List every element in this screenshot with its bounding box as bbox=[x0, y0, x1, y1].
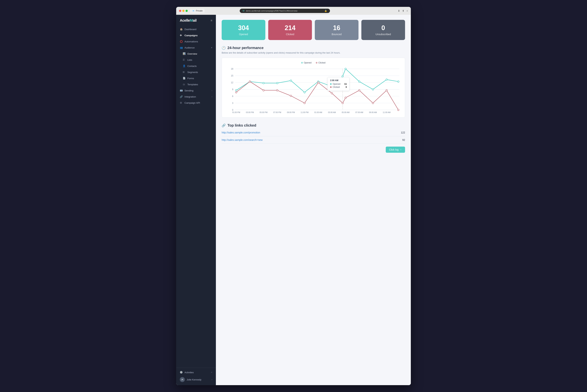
chart-svg: 18 15 12 9 6 3 0 bbox=[225, 67, 401, 114]
svg-text:0: 0 bbox=[232, 109, 233, 111]
svg-point-42 bbox=[398, 109, 399, 111]
svg-point-29 bbox=[235, 92, 237, 93]
legend-opened-label: Opened bbox=[304, 62, 312, 64]
sending-icon: 📧 bbox=[180, 89, 183, 92]
link-icon: 🔗 bbox=[222, 124, 226, 128]
svg-point-39 bbox=[359, 90, 360, 91]
svg-point-28 bbox=[398, 81, 399, 82]
activities-label: Activities bbox=[184, 371, 194, 374]
browser-tab[interactable]: 📧 Private bbox=[190, 9, 205, 13]
svg-point-26 bbox=[372, 88, 374, 90]
stat-card-unsubscribed[interactable]: 0 Unsubscribed bbox=[361, 20, 405, 40]
svg-point-31 bbox=[263, 90, 264, 91]
stat-unsub-label: Unsubscribed bbox=[366, 33, 401, 36]
svg-point-35 bbox=[318, 82, 319, 83]
person-icon: 👤 bbox=[183, 64, 186, 68]
legend-clicked: Clicked bbox=[316, 62, 326, 64]
stat-card-opened[interactable]: 304 Opened bbox=[222, 20, 265, 40]
sidebar-item-campaigns[interactable]: ✈ Campaigns bbox=[176, 32, 216, 38]
minimize-button[interactable] bbox=[182, 10, 184, 12]
svg-point-41 bbox=[386, 90, 388, 91]
url-text: demo.acellemail.com/campaigns/59674ae211… bbox=[246, 10, 298, 12]
integration-icon: 🔗 bbox=[180, 95, 183, 98]
stat-opened-label: Opened bbox=[226, 33, 261, 36]
svg-point-38 bbox=[345, 97, 346, 99]
svg-text:03:00 AM: 03:00 AM bbox=[328, 112, 336, 114]
sidebar-item-label: Audience bbox=[184, 46, 195, 49]
sidebar: AcelleMail ≡ 🏠 Dashboard ✈ Campaigns ⭕ A… bbox=[176, 15, 216, 385]
svg-text:01:00 AM: 01:00 AM bbox=[314, 112, 322, 114]
svg-point-27 bbox=[386, 79, 388, 80]
link-url-0[interactable]: http://sales.sample.com/promotion bbox=[222, 131, 260, 134]
sidebar-logo: AcelleMail ≡ bbox=[176, 15, 216, 26]
logo: AcelleMail bbox=[180, 18, 197, 22]
traffic-lights bbox=[179, 10, 188, 12]
templates-icon: 🗂 bbox=[183, 83, 186, 86]
svg-point-40 bbox=[372, 102, 374, 104]
chevron-right-icon: › bbox=[211, 378, 212, 381]
top-links-section: 🔗 Top links clicked http://sales.sample.… bbox=[222, 123, 405, 144]
top-links-header: 🔗 Top links clicked bbox=[222, 123, 405, 128]
svg-point-23 bbox=[342, 76, 344, 77]
svg-point-22 bbox=[331, 86, 333, 87]
chart-container: Opened Clicked bbox=[222, 58, 405, 118]
sidebar-item-forms[interactable]: 📄 Forms bbox=[176, 75, 216, 81]
avatar: JK bbox=[180, 377, 185, 382]
svg-text:9: 9 bbox=[232, 88, 233, 91]
sidebar-item-activities[interactable]: 🕐 Activities ↗ bbox=[176, 369, 216, 376]
sidebar-item-automations[interactable]: ⭕ Automations bbox=[176, 38, 216, 44]
legend-opened-dot bbox=[301, 62, 303, 64]
svg-text:05:00 AM: 05:00 AM bbox=[342, 112, 350, 114]
address-bar[interactable]: M demo.acellemail.com/campaigns/59674ae2… bbox=[240, 9, 330, 13]
sidebar-item-label: Contacts bbox=[187, 65, 197, 68]
stat-card-clicked[interactable]: 214 Clicked bbox=[268, 20, 312, 40]
sidebar-item-overview[interactable]: 📊 Overview bbox=[176, 51, 216, 57]
sidebar-item-dashboard[interactable]: 🏠 Dashboard bbox=[176, 26, 216, 32]
chevron-right-icon: › bbox=[211, 90, 212, 92]
sidebar-item-label: Forms bbox=[187, 77, 194, 80]
bar-chart-icon: 📊 bbox=[183, 52, 186, 55]
maximize-button[interactable] bbox=[186, 10, 188, 12]
sidebar-item-lists[interactable]: ☰ Lists bbox=[176, 57, 216, 63]
sidebar-item-label: Templates bbox=[187, 83, 198, 86]
home-icon: 🏠 bbox=[180, 28, 183, 31]
menu-toggle-icon[interactable]: ≡ bbox=[211, 19, 212, 22]
svg-point-34 bbox=[304, 102, 306, 104]
close-button[interactable] bbox=[179, 10, 181, 12]
chevron-right-icon: › bbox=[211, 96, 212, 98]
link-url-1[interactable]: http://sales.sample.com/search=new bbox=[222, 138, 263, 141]
click-log-button[interactable]: Click log → bbox=[386, 146, 405, 153]
user-name: Jolie Kennedy bbox=[187, 378, 201, 381]
share-icon[interactable]: ⬆ bbox=[402, 10, 404, 12]
legend-opened: Opened bbox=[301, 62, 312, 64]
sidebar-item-audience[interactable]: 👥 Audience ▾ bbox=[176, 44, 216, 51]
sidebar-item-campaign-api[interactable]: ⚙ Campaign API bbox=[176, 100, 216, 106]
sidebar-item-label: Sending bbox=[184, 89, 193, 92]
send-icon: ✈ bbox=[180, 34, 183, 37]
top-links-title: Top links clicked bbox=[227, 123, 256, 128]
svg-text:18: 18 bbox=[231, 68, 233, 70]
sidebar-item-templates[interactable]: 🗂 Templates bbox=[176, 81, 216, 88]
forms-icon: 📄 bbox=[183, 77, 186, 80]
svg-point-33 bbox=[290, 95, 292, 97]
sidebar-bottom: 🕐 Activities ↗ JK Jolie Kennedy › bbox=[176, 368, 216, 385]
stat-card-bounced[interactable]: 16 Bounced bbox=[315, 20, 359, 40]
stat-unsub-value: 0 bbox=[366, 24, 401, 32]
sidebar-item-segments[interactable]: ⊞ Segments bbox=[176, 69, 216, 75]
clock-icon: 🕐 bbox=[180, 371, 183, 374]
sidebar-item-contacts[interactable]: 👤 Contacts bbox=[176, 63, 216, 69]
svg-point-30 bbox=[249, 81, 251, 82]
performance-section-header: 🕐 24-hour performance bbox=[222, 46, 405, 50]
download-icon[interactable]: ⬇ bbox=[398, 10, 400, 12]
svg-text:07:00 AM: 07:00 AM bbox=[355, 112, 363, 114]
chevron-down-icon: ▾ bbox=[211, 46, 212, 49]
sidebar-item-user[interactable]: JK Jolie Kennedy › bbox=[176, 376, 216, 384]
sidebar-item-label: Integration bbox=[184, 96, 196, 98]
sidebar-item-label: Segments bbox=[187, 71, 198, 74]
new-tab-icon[interactable]: + bbox=[407, 10, 408, 12]
svg-point-20 bbox=[304, 92, 306, 93]
performance-description: Below are the details of subscriber acti… bbox=[222, 52, 405, 54]
sidebar-item-integration[interactable]: 🔗 Integration › bbox=[176, 94, 216, 100]
tab-label: Private bbox=[196, 10, 202, 12]
sidebar-item-sending[interactable]: 📧 Sending › bbox=[176, 88, 216, 94]
